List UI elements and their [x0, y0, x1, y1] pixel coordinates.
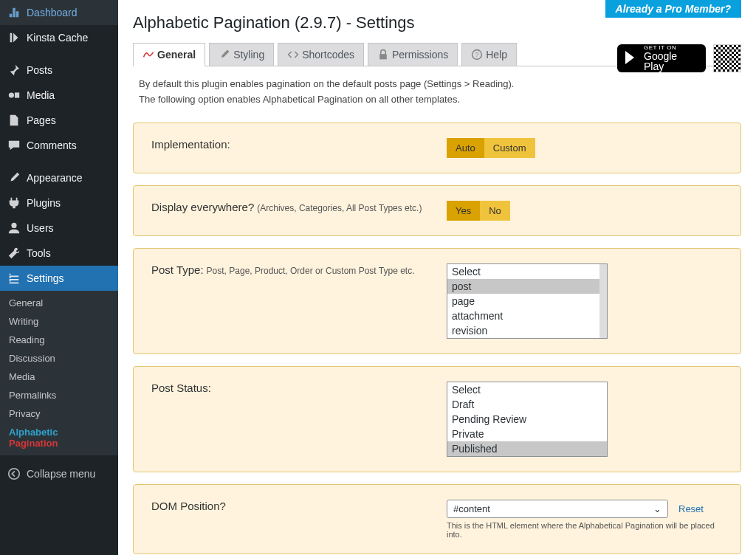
sidebar-sub-general[interactable]: General	[0, 294, 118, 312]
dom-label: DOM Position?	[151, 500, 447, 512]
reset-link[interactable]: Reset	[678, 503, 704, 514]
tab-shortcodes[interactable]: Shortcodes	[278, 43, 364, 66]
sidebar-item-users[interactable]: Users	[0, 216, 118, 241]
users-icon	[7, 221, 21, 235]
pro-member-banner[interactable]: Already a Pro Member?	[605, 0, 741, 18]
scribble-icon	[142, 49, 154, 61]
panel-display: Display everywhere? (Archives, Categorie…	[133, 185, 741, 236]
list-item[interactable]: Private	[447, 427, 607, 441]
sidebar-item-plugins[interactable]: Plugins	[0, 190, 118, 216]
panel-implementation: Implementation: Auto Custom	[133, 123, 741, 173]
sidebar-item-label: Tools	[27, 247, 51, 259]
dom-position-select[interactable]: #content ⌄	[447, 500, 668, 518]
sidebar-item-media[interactable]: Media	[0, 83, 118, 108]
sidebar-item-label: Kinsta Cache	[27, 32, 88, 44]
sidebar-item-tools[interactable]: Tools	[0, 241, 118, 266]
sidebar-item-label: Posts	[27, 64, 52, 76]
code-icon	[287, 49, 299, 61]
sidebar-item-label: Media	[27, 89, 55, 101]
svg-point-0	[9, 92, 14, 97]
intro-text: By default this plugin enables paginatio…	[133, 66, 741, 111]
google-play-badge[interactable]: GET IT ON Google Play	[617, 44, 706, 72]
svg-point-2	[9, 469, 19, 479]
admin-sidebar: Dashboard Kinsta Cache Posts Media Pages…	[0, 0, 118, 555]
sidebar-item-label: Users	[27, 222, 54, 234]
badges-row: GET IT ON Google Play	[617, 44, 741, 72]
display-yes-button[interactable]: Yes	[447, 201, 480, 221]
list-item[interactable]: attachment	[447, 308, 607, 323]
sidebar-item-kinsta[interactable]: Kinsta Cache	[0, 25, 118, 50]
sidebar-item-comments[interactable]: Comments	[0, 133, 118, 158]
implementation-custom-button[interactable]: Custom	[484, 138, 535, 158]
tab-styling[interactable]: Styling	[209, 43, 274, 66]
poststatus-label: Post Status:	[151, 382, 447, 394]
lock-icon	[377, 49, 389, 61]
sidebar-sub-discussion[interactable]: Discussion	[0, 349, 118, 368]
help-icon: ?	[471, 49, 483, 61]
tab-permissions[interactable]: Permissions	[368, 43, 458, 66]
sidebar-sub-media[interactable]: Media	[0, 368, 118, 386]
brush-icon	[7, 171, 21, 185]
sidebar-item-label: Settings	[27, 272, 64, 284]
tools-icon	[7, 247, 21, 260]
display-no-button[interactable]: No	[480, 201, 510, 221]
implementation-label: Implementation:	[151, 138, 447, 151]
sidebar-sub-privacy[interactable]: Privacy	[0, 404, 118, 423]
sidebar-sub-alphabetic-pagination[interactable]: Alphabetic Pagination	[0, 423, 118, 452]
svg-point-1	[11, 223, 16, 228]
kinsta-icon	[7, 31, 21, 44]
sidebar-item-label: Appearance	[27, 172, 83, 184]
settings-icon	[7, 272, 21, 285]
sidebar-item-label: Pages	[27, 114, 56, 126]
dom-value: #content	[453, 503, 490, 514]
posttype-listbox[interactable]: Select post page attachment revision	[447, 263, 608, 339]
list-item[interactable]: Select	[447, 264, 607, 279]
sidebar-item-settings[interactable]: Settings	[0, 266, 118, 291]
sidebar-item-dashboard[interactable]: Dashboard	[0, 0, 118, 25]
sidebar-sub-permalinks[interactable]: Permalinks	[0, 386, 118, 404]
panel-posttype: Post Type: Post, Page, Product, Order or…	[133, 248, 741, 354]
sidebar-item-label: Dashboard	[27, 7, 78, 18]
svg-rect-3	[379, 54, 387, 59]
play-icon	[625, 50, 638, 67]
collapse-icon	[7, 467, 21, 480]
list-item[interactable]: Pending Review	[447, 412, 607, 427]
tab-help[interactable]: ?Help	[461, 43, 517, 66]
list-item[interactable]: Draft	[447, 397, 607, 412]
dashboard-icon	[7, 6, 21, 19]
sidebar-sub-writing[interactable]: Writing	[0, 312, 118, 331]
sidebar-item-posts[interactable]: Posts	[0, 58, 118, 83]
media-icon	[7, 89, 21, 102]
collapse-menu-button[interactable]: Collapse menu	[0, 461, 118, 486]
list-item[interactable]: Published	[447, 441, 607, 456]
sidebar-item-appearance[interactable]: Appearance	[0, 165, 118, 190]
sidebar-item-label: Plugins	[27, 197, 61, 209]
chevron-down-icon: ⌄	[653, 503, 662, 514]
list-item[interactable]: page	[447, 294, 607, 308]
display-toggle: Yes No	[447, 201, 510, 221]
sidebar-sub-reading[interactable]: Reading	[0, 331, 118, 349]
posttype-label: Post Type: Post, Page, Product, Order or…	[151, 263, 447, 276]
list-item[interactable]: revision	[447, 323, 607, 338]
gplay-big-text: Google Play	[644, 51, 698, 72]
dom-hint: This is the HTML element where the Alpha…	[447, 521, 723, 539]
implementation-auto-button[interactable]: Auto	[447, 138, 484, 158]
panel-poststatus: Post Status: Select Draft Pending Review…	[133, 366, 741, 472]
svg-text:?: ?	[475, 51, 479, 58]
comments-icon	[7, 139, 21, 152]
sidebar-submenu: General Writing Reading Discussion Media…	[0, 291, 118, 455]
poststatus-listbox[interactable]: Select Draft Pending Review Private Publ…	[447, 382, 608, 457]
qr-code[interactable]	[713, 44, 741, 72]
panel-dom: DOM Position? #content ⌄ Reset This is t…	[133, 484, 741, 554]
pin-icon	[7, 63, 21, 77]
implementation-toggle: Auto Custom	[447, 138, 535, 158]
list-item[interactable]: Select	[447, 382, 607, 397]
plugins-icon	[7, 196, 21, 210]
collapse-label: Collapse menu	[27, 468, 95, 480]
main-content: Already a Pro Member? Alphabetic Paginat…	[118, 0, 756, 555]
list-item[interactable]: post	[447, 279, 607, 294]
sidebar-item-pages[interactable]: Pages	[0, 108, 118, 133]
tab-general[interactable]: General	[133, 43, 205, 66]
brush-icon	[219, 49, 230, 61]
display-label: Display everywhere? (Archives, Categorie…	[151, 201, 447, 213]
